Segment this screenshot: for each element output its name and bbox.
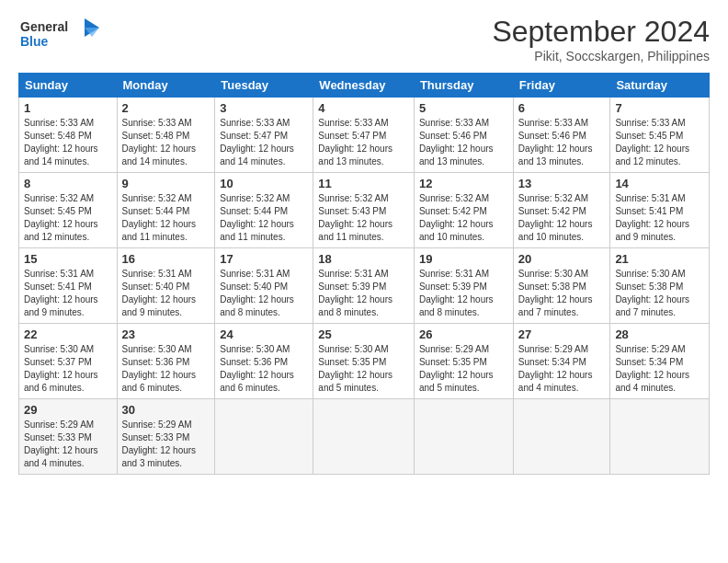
day-number: 30	[122, 403, 210, 417]
day-info: Sunrise: 5:33 AM Sunset: 5:46 PM Dayligh…	[419, 117, 508, 168]
weekday-header: Thursday	[414, 74, 513, 98]
day-info: Sunrise: 5:32 AM Sunset: 5:45 PM Dayligh…	[24, 192, 112, 244]
calendar-cell: 6Sunrise: 5:33 AM Sunset: 5:46 PM Daylig…	[513, 98, 610, 173]
day-number: 16	[122, 252, 210, 266]
calendar-cell: 29Sunrise: 5:29 AM Sunset: 5:33 PM Dayli…	[19, 399, 118, 475]
day-info: Sunrise: 5:30 AM Sunset: 5:37 PM Dayligh…	[24, 343, 112, 395]
day-info: Sunrise: 5:30 AM Sunset: 5:36 PM Dayligh…	[122, 343, 210, 395]
logo: General Blue	[18, 15, 101, 53]
calendar-cell	[414, 399, 513, 475]
day-info: Sunrise: 5:29 AM Sunset: 5:35 PM Dayligh…	[419, 343, 508, 395]
day-number: 27	[518, 327, 606, 341]
calendar-cell: 26Sunrise: 5:29 AM Sunset: 5:35 PM Dayli…	[414, 324, 513, 399]
calendar-cell: 10Sunrise: 5:32 AM Sunset: 5:44 PM Dayli…	[215, 173, 313, 248]
calendar-cell: 7Sunrise: 5:33 AM Sunset: 5:45 PM Daylig…	[610, 98, 710, 173]
day-number: 15	[24, 252, 112, 266]
day-number: 29	[24, 403, 112, 417]
month-title: September 2024	[492, 15, 710, 49]
day-number: 1	[24, 101, 112, 115]
calendar-cell: 11Sunrise: 5:32 AM Sunset: 5:43 PM Dayli…	[313, 173, 415, 248]
calendar-cell: 25Sunrise: 5:30 AM Sunset: 5:35 PM Dayli…	[313, 324, 415, 399]
day-info: Sunrise: 5:29 AM Sunset: 5:33 PM Dayligh…	[24, 419, 112, 470]
day-number: 14	[615, 177, 704, 190]
calendar-cell: 14Sunrise: 5:31 AM Sunset: 5:41 PM Dayli…	[610, 173, 710, 248]
day-info: Sunrise: 5:33 AM Sunset: 5:46 PM Dayligh…	[518, 117, 606, 168]
day-number: 7	[615, 101, 704, 115]
calendar-week-row: 29Sunrise: 5:29 AM Sunset: 5:33 PM Dayli…	[19, 399, 710, 475]
page: General Blue September 2024 Pikit, Soccs…	[0, 0, 728, 563]
day-info: Sunrise: 5:29 AM Sunset: 5:34 PM Dayligh…	[615, 343, 704, 395]
calendar: SundayMondayTuesdayWednesdayThursdayFrid…	[18, 73, 710, 475]
day-info: Sunrise: 5:30 AM Sunset: 5:35 PM Dayligh…	[318, 343, 409, 395]
day-info: Sunrise: 5:31 AM Sunset: 5:40 PM Dayligh…	[122, 268, 210, 319]
location: Pikit, Soccskargen, Philippines	[492, 49, 710, 63]
calendar-cell: 30Sunrise: 5:29 AM Sunset: 5:33 PM Dayli…	[117, 399, 215, 475]
day-number: 22	[24, 327, 112, 341]
day-number: 9	[122, 177, 210, 190]
svg-text:General: General	[20, 19, 68, 34]
calendar-cell: 23Sunrise: 5:30 AM Sunset: 5:36 PM Dayli…	[117, 324, 215, 399]
day-number: 24	[220, 327, 308, 341]
calendar-cell	[513, 399, 610, 475]
weekday-header: Sunday	[19, 74, 118, 98]
day-number: 8	[24, 177, 112, 190]
calendar-cell: 15Sunrise: 5:31 AM Sunset: 5:41 PM Dayli…	[19, 248, 118, 324]
calendar-cell: 22Sunrise: 5:30 AM Sunset: 5:37 PM Dayli…	[19, 324, 118, 399]
weekday-header: Monday	[117, 74, 215, 98]
day-number: 5	[419, 101, 508, 115]
day-info: Sunrise: 5:30 AM Sunset: 5:38 PM Dayligh…	[518, 268, 606, 319]
day-number: 26	[419, 327, 508, 341]
day-number: 25	[318, 327, 409, 341]
calendar-cell: 18Sunrise: 5:31 AM Sunset: 5:39 PM Dayli…	[313, 248, 415, 324]
calendar-cell: 2Sunrise: 5:33 AM Sunset: 5:48 PM Daylig…	[117, 98, 215, 173]
day-info: Sunrise: 5:31 AM Sunset: 5:41 PM Dayligh…	[24, 268, 112, 319]
day-info: Sunrise: 5:30 AM Sunset: 5:36 PM Dayligh…	[220, 343, 308, 395]
calendar-cell: 28Sunrise: 5:29 AM Sunset: 5:34 PM Dayli…	[610, 324, 710, 399]
weekday-header: Saturday	[610, 74, 710, 98]
day-number: 6	[518, 101, 606, 115]
day-info: Sunrise: 5:31 AM Sunset: 5:40 PM Dayligh…	[220, 268, 308, 319]
weekday-header: Friday	[513, 74, 610, 98]
svg-text:Blue: Blue	[20, 34, 49, 49]
calendar-week-row: 15Sunrise: 5:31 AM Sunset: 5:41 PM Dayli…	[19, 248, 710, 324]
calendar-cell: 21Sunrise: 5:30 AM Sunset: 5:38 PM Dayli…	[610, 248, 710, 324]
day-number: 2	[122, 101, 210, 115]
day-number: 11	[318, 177, 409, 190]
day-number: 3	[220, 101, 308, 115]
day-info: Sunrise: 5:33 AM Sunset: 5:45 PM Dayligh…	[615, 117, 704, 168]
calendar-cell: 24Sunrise: 5:30 AM Sunset: 5:36 PM Dayli…	[215, 324, 313, 399]
calendar-cell: 17Sunrise: 5:31 AM Sunset: 5:40 PM Dayli…	[215, 248, 313, 324]
weekday-header: Tuesday	[215, 74, 313, 98]
day-info: Sunrise: 5:33 AM Sunset: 5:48 PM Dayligh…	[122, 117, 210, 168]
day-number: 4	[318, 101, 409, 115]
logo-text: General Blue	[18, 15, 101, 53]
day-number: 18	[318, 252, 409, 266]
day-info: Sunrise: 5:32 AM Sunset: 5:44 PM Dayligh…	[220, 192, 308, 244]
day-info: Sunrise: 5:29 AM Sunset: 5:33 PM Dayligh…	[122, 419, 210, 470]
calendar-cell: 20Sunrise: 5:30 AM Sunset: 5:38 PM Dayli…	[513, 248, 610, 324]
calendar-week-row: 8Sunrise: 5:32 AM Sunset: 5:45 PM Daylig…	[19, 173, 710, 248]
day-info: Sunrise: 5:33 AM Sunset: 5:47 PM Dayligh…	[318, 117, 409, 168]
calendar-header-row: SundayMondayTuesdayWednesdayThursdayFrid…	[19, 74, 710, 98]
day-info: Sunrise: 5:33 AM Sunset: 5:47 PM Dayligh…	[220, 117, 308, 168]
day-number: 10	[220, 177, 308, 190]
day-number: 13	[518, 177, 606, 190]
day-info: Sunrise: 5:32 AM Sunset: 5:42 PM Dayligh…	[518, 192, 606, 244]
day-number: 23	[122, 327, 210, 341]
calendar-cell: 3Sunrise: 5:33 AM Sunset: 5:47 PM Daylig…	[215, 98, 313, 173]
day-number: 20	[518, 252, 606, 266]
day-number: 17	[220, 252, 308, 266]
calendar-cell: 12Sunrise: 5:32 AM Sunset: 5:42 PM Dayli…	[414, 173, 513, 248]
day-number: 28	[615, 327, 704, 341]
calendar-cell	[215, 399, 313, 475]
calendar-cell: 13Sunrise: 5:32 AM Sunset: 5:42 PM Dayli…	[513, 173, 610, 248]
day-info: Sunrise: 5:31 AM Sunset: 5:39 PM Dayligh…	[419, 268, 508, 319]
calendar-cell: 19Sunrise: 5:31 AM Sunset: 5:39 PM Dayli…	[414, 248, 513, 324]
calendar-cell: 27Sunrise: 5:29 AM Sunset: 5:34 PM Dayli…	[513, 324, 610, 399]
calendar-cell	[610, 399, 710, 475]
day-info: Sunrise: 5:32 AM Sunset: 5:42 PM Dayligh…	[419, 192, 508, 244]
weekday-header: Wednesday	[313, 74, 415, 98]
calendar-cell: 8Sunrise: 5:32 AM Sunset: 5:45 PM Daylig…	[19, 173, 118, 248]
day-info: Sunrise: 5:30 AM Sunset: 5:38 PM Dayligh…	[615, 268, 704, 319]
calendar-cell: 1Sunrise: 5:33 AM Sunset: 5:48 PM Daylig…	[19, 98, 118, 173]
